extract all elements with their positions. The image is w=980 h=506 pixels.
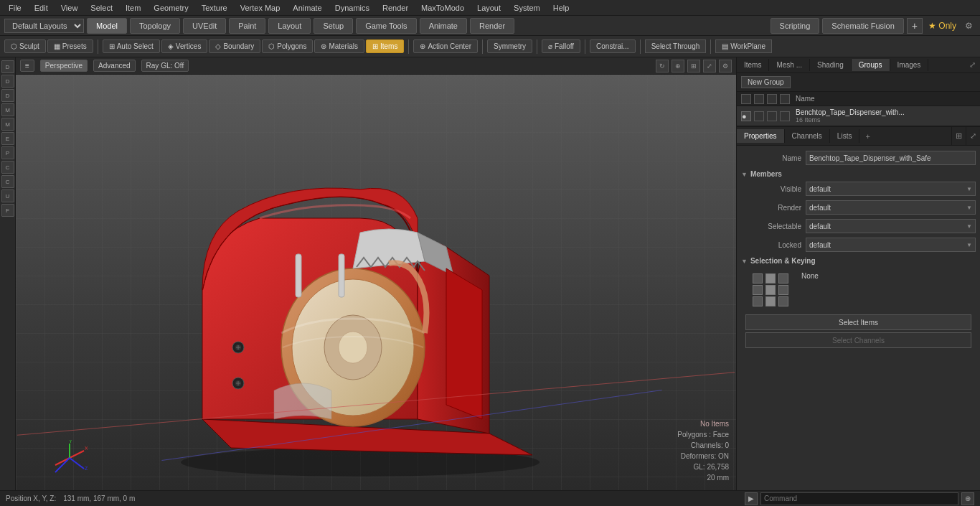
select-items-button[interactable]: Select Items xyxy=(745,314,971,330)
prop-tab-add-btn[interactable]: + xyxy=(859,129,875,144)
right-tab-items[interactable]: Items xyxy=(737,59,769,71)
command-submit-btn[interactable]: ⊕ xyxy=(961,492,974,505)
symmetry-button[interactable]: Symmetry xyxy=(487,39,532,53)
menu-maxtomodo[interactable]: MaxToModo xyxy=(415,2,470,14)
add-layout-button[interactable]: + xyxy=(907,18,923,34)
scene-3d[interactable]: X Y Z No Items Polygons : Face Channels:… xyxy=(16,75,736,490)
layout-tab-model[interactable]: Model xyxy=(87,18,127,34)
right-tab-mesh[interactable]: Mesh ... xyxy=(769,59,810,71)
gear-button[interactable]: ⚙ xyxy=(962,21,976,31)
key-dot-8[interactable] xyxy=(765,296,776,306)
prop-expand-btn-1[interactable]: ⊞ xyxy=(951,127,966,146)
polygons-button[interactable]: ⬡ Polygons xyxy=(262,39,313,53)
command-input[interactable] xyxy=(760,492,958,505)
select-through-button[interactable]: Select Through xyxy=(645,39,707,53)
constraints-button[interactable]: Constrai... xyxy=(590,39,636,53)
advanced-btn[interactable]: Advanced xyxy=(93,60,135,72)
maximize-icon[interactable]: ⤢ xyxy=(703,60,716,72)
menu-dynamics[interactable]: Dynamics xyxy=(329,2,375,14)
vertices-button[interactable]: ◈ Vertices xyxy=(161,39,208,53)
layout-tab-topology[interactable]: Topology xyxy=(130,18,180,34)
group-list-item[interactable]: ● Benchtop_Tape_Dispenser_with... 16 Ite… xyxy=(737,106,980,126)
zoom-icon[interactable]: ⊕ xyxy=(672,60,684,72)
prop-expand-btn-2[interactable]: ⤢ xyxy=(966,127,980,146)
prop-tab-properties[interactable]: Properties xyxy=(737,129,785,143)
menu-item[interactable]: Item xyxy=(120,2,146,14)
visible-dropdown[interactable]: default ▼ xyxy=(806,182,976,196)
command-arrow-btn[interactable]: ▶ xyxy=(745,492,758,505)
viewport[interactable]: ≡ Perspective Advanced Ray GL: Off ↻ ⊕ ⊞… xyxy=(16,57,736,490)
key-dot-7[interactable] xyxy=(753,296,763,306)
presets-button[interactable]: ▦ Presets xyxy=(47,39,93,53)
materials-button[interactable]: ⊛ Materials xyxy=(314,39,364,53)
rotate-icon[interactable]: ↻ xyxy=(656,60,669,72)
star-only-button[interactable]: ★ Only xyxy=(925,21,959,31)
group-icon-4[interactable] xyxy=(780,111,790,121)
layout-tab-schematic[interactable]: Schematic Fusion xyxy=(822,18,903,34)
left-tool-1[interactable]: D xyxy=(1,60,14,73)
layout-tab-render[interactable]: Render xyxy=(470,18,514,34)
menu-animate[interactable]: Animate xyxy=(287,2,327,14)
layout-tab-uvedit[interactable]: UVEdit xyxy=(183,18,226,34)
render-dropdown[interactable]: default ▼ xyxy=(806,200,976,215)
key-dot-3[interactable] xyxy=(778,273,788,284)
menu-select[interactable]: Select xyxy=(85,2,118,14)
right-tab-shading[interactable]: Shading xyxy=(810,59,852,71)
selectable-dropdown[interactable]: default ▼ xyxy=(806,219,976,233)
expand-right-panel-btn[interactable]: ⤢ xyxy=(965,58,980,72)
workplane-button[interactable]: ▤ WorkPlane xyxy=(715,39,772,53)
layout-tab-paint[interactable]: Paint xyxy=(229,18,265,34)
left-tool-4[interactable]: M xyxy=(1,103,14,116)
groups-list-icon-4[interactable] xyxy=(780,94,790,104)
menu-view[interactable]: View xyxy=(55,2,84,14)
auto-select-button[interactable]: ⊞ Auto Select xyxy=(103,39,160,53)
layout-dropdown[interactable]: Default Layouts xyxy=(4,19,84,33)
new-group-button[interactable]: New Group xyxy=(741,76,791,88)
groups-list-icon-2[interactable] xyxy=(754,94,764,104)
boundary-button[interactable]: ◇ Boundary xyxy=(209,39,260,53)
items-button[interactable]: ⊞ Items xyxy=(366,39,404,53)
viewport-menu-btn[interactable]: ≡ xyxy=(20,60,34,72)
group-icon-3[interactable] xyxy=(767,111,777,121)
group-icon-2[interactable] xyxy=(754,111,764,121)
key-dot-2[interactable] xyxy=(765,273,776,284)
selection-keying-header[interactable]: ▼ Selection & Keying xyxy=(741,257,976,265)
layout-tab-setup[interactable]: Setup xyxy=(314,18,353,34)
groups-list-icon-3[interactable] xyxy=(767,94,777,104)
falloff-button[interactable]: ⌀ Falloff xyxy=(542,39,580,53)
name-value[interactable]: Benchtop_Tape_Dispenser_with_Safe xyxy=(806,151,976,165)
menu-help[interactable]: Help xyxy=(547,2,575,14)
locked-dropdown[interactable]: default ▼ xyxy=(806,238,976,252)
perspective-btn[interactable]: Perspective xyxy=(40,60,88,72)
left-tool-8[interactable]: C xyxy=(1,161,14,174)
left-tool-10[interactable]: U xyxy=(1,189,14,202)
menu-geometry[interactable]: Geometry xyxy=(148,2,194,14)
ray-gl-btn[interactable]: Ray GL: Off xyxy=(141,60,189,72)
select-channels-button[interactable]: Select Channels xyxy=(745,332,971,348)
key-dot-5[interactable] xyxy=(765,285,776,295)
left-tool-5[interactable]: M xyxy=(1,118,14,131)
sculpt-button[interactable]: ⬡ Sculpt xyxy=(4,39,46,53)
left-tool-7[interactable]: P xyxy=(1,146,14,159)
left-tool-6[interactable]: E xyxy=(1,132,14,145)
menu-layout[interactable]: Layout xyxy=(471,2,507,14)
left-tool-11[interactable]: F xyxy=(1,204,14,217)
members-section-header[interactable]: ▼ Members xyxy=(741,170,976,178)
prop-tab-channels[interactable]: Channels xyxy=(785,129,830,143)
key-dot-4[interactable] xyxy=(753,285,763,295)
prop-tab-lists[interactable]: Lists xyxy=(830,129,860,143)
key-dot-1[interactable] xyxy=(753,273,763,284)
groups-list-icon-1[interactable] xyxy=(741,94,751,104)
left-tool-9[interactable]: C xyxy=(1,175,14,188)
menu-texture[interactable]: Texture xyxy=(196,2,233,14)
fit-icon[interactable]: ⊞ xyxy=(687,60,700,72)
right-tab-images[interactable]: Images xyxy=(890,59,929,71)
action-center-button[interactable]: ⊕ Action Center xyxy=(413,39,478,53)
group-visible-icon[interactable]: ● xyxy=(741,111,751,121)
layout-tab-scripting[interactable]: Scripting xyxy=(771,18,820,34)
menu-file[interactable]: File xyxy=(3,2,27,14)
left-tool-2[interactable]: D xyxy=(1,75,14,88)
menu-vertex-map[interactable]: Vertex Map xyxy=(235,2,286,14)
menu-edit[interactable]: Edit xyxy=(29,2,54,14)
key-dot-9[interactable] xyxy=(778,296,788,306)
